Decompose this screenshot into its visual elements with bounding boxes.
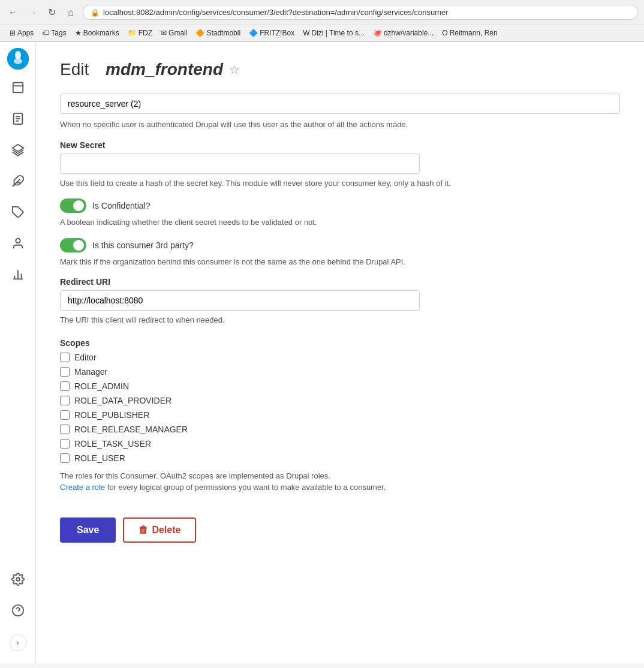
bookmark-icon-gmail: ✉ (161, 29, 167, 37)
is-confidential-slider (60, 198, 86, 213)
scope-checkbox-role_data_provider[interactable] (60, 396, 70, 405)
delete-label: Delete (152, 525, 180, 535)
bookmark-gmail[interactable]: ✉Gmail (157, 28, 191, 38)
scope-label-role_task_user[interactable]: ROLE_TASK_USER (74, 439, 151, 449)
svg-point-13 (16, 239, 20, 243)
scope-item-role_release_manager: ROLE_RELEASE_MANAGER (60, 425, 620, 434)
roles-help-text-1: The roles for this Consumer. OAuth2 scop… (60, 471, 330, 480)
is-confidential-field: Is Confidential? A boolean indicating wh… (60, 198, 620, 228)
scope-item-editor: Editor (60, 353, 620, 362)
bookmark-fdz[interactable]: 📁FDZ (124, 28, 156, 38)
sidebar-bottom: › (5, 566, 31, 657)
bookmark-apps[interactable]: ⊞Apps (6, 28, 37, 38)
scope-label-role_admin[interactable]: ROLE_ADMIN (74, 381, 129, 391)
main-content: Edit mdm_frontend ☆ resource_server (2) … (36, 42, 644, 663)
sidebar-item-feather[interactable] (5, 168, 31, 194)
bookmark-dizi[interactable]: WDizi | Time to s... (299, 28, 368, 38)
scope-label-manager[interactable]: Manager (74, 367, 107, 377)
browser-toolbar: ← → ↻ ⌂ 🔒 localhost:8082/admin/config/se… (0, 0, 644, 25)
is-third-party-toggle[interactable] (60, 238, 86, 252)
scope-label-editor[interactable]: Editor (74, 353, 97, 362)
reload-button[interactable]: ↻ (44, 5, 59, 20)
bookmark-icon-dzhw: 🐙 (373, 29, 382, 37)
is-third-party-label: Is this consumer 3rd party? (92, 240, 194, 250)
scope-label-role_publisher[interactable]: ROLE_PUBLISHER (74, 410, 149, 420)
bookmark-label-dzhw: dzhw/variable... (384, 29, 434, 37)
bookmark-label-bookmarks: Bookmarks (83, 29, 119, 37)
bookmark-label-dizi: Dizi | Time to s... (311, 29, 364, 37)
new-secret-input[interactable] (60, 154, 420, 174)
bookmark-label-tags: Tags (51, 29, 66, 37)
lock-icon: 🔒 (91, 8, 100, 17)
sidebar-item-window[interactable] (5, 74, 31, 101)
scope-checkbox-editor[interactable] (60, 353, 70, 362)
sidebar-collapse-button[interactable]: › (10, 634, 26, 651)
bookmark-icon-fritzbox: 🔷 (249, 29, 258, 37)
scope-label-role_data_provider[interactable]: ROLE_DATA_PROVIDER (74, 396, 171, 405)
scope-item-role_admin: ROLE_ADMIN (60, 381, 620, 391)
sidebar-item-settings[interactable] (5, 566, 31, 592)
forward-button[interactable]: → (25, 5, 40, 20)
sidebar: › (0, 42, 36, 663)
scope-checkbox-role_task_user[interactable] (60, 439, 70, 449)
bookmark-tags[interactable]: 🏷Tags (38, 28, 70, 38)
bookmark-icon-dizi: W (303, 29, 309, 37)
scope-label-role_user[interactable]: ROLE_USER (74, 453, 125, 463)
sidebar-item-document[interactable] (5, 106, 31, 132)
address-bar[interactable]: 🔒 localhost:8082/admin/config/services/c… (83, 5, 638, 20)
app-layout: › Edit mdm_frontend ☆ resource_server (2… (0, 42, 644, 663)
scope-item-role_task_user: ROLE_TASK_USER (60, 439, 620, 449)
scope-item-role_publisher: ROLE_PUBLISHER (60, 410, 620, 420)
home-button[interactable]: ⌂ (64, 5, 78, 20)
drupal-logo (7, 48, 29, 70)
scope-item-role_data_provider: ROLE_DATA_PROVIDER (60, 396, 620, 405)
resource-server-help: When no specific user is authenticated D… (60, 119, 620, 131)
sidebar-item-layers[interactable] (5, 137, 31, 163)
is-confidential-label: Is Confidential? (92, 201, 151, 210)
bookmark-label-reitmann: Reitmann, Ren (450, 29, 498, 37)
svg-rect-3 (13, 83, 23, 93)
scopes-section: Scopes Editor Manager ROLE_ADMIN ROLE_DA… (60, 338, 620, 494)
scope-item-manager: Manager (60, 367, 620, 377)
sidebar-item-person[interactable] (5, 230, 31, 257)
bookmark-reitmann[interactable]: OReitmann, Ren (438, 28, 501, 38)
new-secret-field: New Secret Use this field to create a ha… (60, 140, 620, 189)
favorite-icon[interactable]: ☆ (229, 62, 240, 77)
bookmark-label-fdz: FDZ (139, 29, 152, 37)
bookmark-label-stadtmobil: Stadtmobil (206, 29, 240, 37)
bookmark-stadtmobil[interactable]: 🔶Stadtmobil (192, 28, 244, 38)
scope-label-role_release_manager[interactable]: ROLE_RELEASE_MANAGER (74, 425, 188, 434)
scope-checkbox-manager[interactable] (60, 367, 70, 377)
url-text: localhost:8082/admin/config/services/con… (103, 8, 449, 17)
title-name: mdm_frontend (106, 60, 223, 79)
button-row: Save 🗑 Delete (60, 517, 620, 567)
redirect-uri-label: Redirect URI (60, 277, 620, 287)
svg-point-1 (15, 51, 21, 59)
bookmark-icon-apps: ⊞ (10, 29, 16, 37)
sidebar-item-chart[interactable] (5, 261, 31, 288)
roles-help: The roles for this Consumer. OAuth2 scop… (60, 470, 620, 494)
bookmark-icon-fdz: 📁 (128, 29, 137, 37)
sidebar-item-help[interactable] (5, 597, 31, 624)
redirect-uri-input[interactable] (60, 290, 420, 311)
scopes-label: Scopes (60, 338, 620, 348)
bookmark-dzhw[interactable]: 🐙dzhw/variable... (369, 28, 437, 38)
roles-help-text-2: for every logical group of permissions y… (105, 483, 386, 492)
bookmark-bookmarks[interactable]: ★Bookmarks (71, 28, 123, 38)
bookmark-label-fritzbox: FRITZ!Box (260, 29, 294, 37)
scopes-list: Editor Manager ROLE_ADMIN ROLE_DATA_PROV… (60, 353, 620, 463)
scope-checkbox-role_publisher[interactable] (60, 410, 70, 420)
resource-server-select[interactable]: resource_server (2) (60, 94, 620, 114)
scope-checkbox-role_release_manager[interactable] (60, 425, 70, 434)
scope-checkbox-role_user[interactable] (60, 453, 70, 463)
scope-checkbox-role_admin[interactable] (60, 381, 70, 391)
is-confidential-toggle[interactable] (60, 198, 86, 213)
bookmark-fritzbox[interactable]: 🔷FRITZ!Box (245, 28, 298, 38)
is-confidential-toggle-row: Is Confidential? (60, 198, 620, 213)
sidebar-item-puzzle[interactable] (5, 199, 31, 225)
delete-button[interactable]: 🗑 Delete (123, 517, 196, 543)
create-role-link[interactable]: Create a role (60, 483, 105, 492)
save-button[interactable]: Save (60, 517, 116, 543)
bookmark-icon-tags: 🏷 (42, 29, 49, 37)
back-button[interactable]: ← (6, 5, 20, 20)
